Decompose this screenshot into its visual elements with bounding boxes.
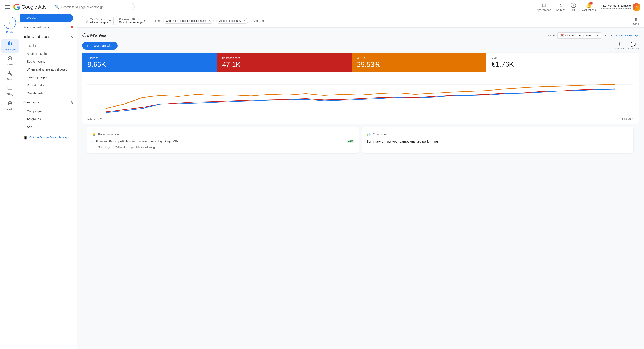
logo-area: Google Ads: [13, 4, 46, 10]
feedback-label: Feedback: [628, 47, 639, 50]
nav-landing-pages[interactable]: Landing pages: [20, 74, 77, 81]
nav-campaigns[interactable]: Campaigns: [20, 107, 77, 115]
campaigns-icon: [8, 41, 12, 47]
campaigns-more-icon[interactable]: ⋮: [625, 132, 629, 137]
app-body: + Create Campaigns Goals: [0, 14, 644, 349]
new-campaign-button[interactable]: + + New campaign: [82, 42, 118, 50]
recommendations-badge: [71, 26, 73, 28]
overview-header: Overview All time 📅 May 23 – Jul 3, 2024…: [77, 28, 644, 42]
refresh-button[interactable]: ↻ Refresh: [556, 2, 566, 12]
admin-icon-label: Admin: [6, 108, 13, 110]
metric-clicks-chevron: ▾: [96, 56, 98, 60]
recommendation-more-icon[interactable]: ⋮: [350, 132, 354, 137]
campaigns-section-items: Campaigns Ad groups Ads: [20, 107, 77, 131]
sidebar-item-tools[interactable]: Tools: [1, 69, 19, 83]
sidebar-item-billing[interactable]: Billing: [1, 84, 19, 98]
insights-section-header[interactable]: Insights and reports ∧: [20, 32, 77, 42]
chart-dates: May 23, 2024 Jul 3, 2024: [88, 118, 634, 120]
recommendation-card: 💡 Recommendation ⋮ ↕ Bid more efficientl…: [88, 127, 359, 153]
date-prev-button[interactable]: ‹: [604, 32, 607, 39]
notifications-button[interactable]: 🔔 1 Notifications: [581, 2, 596, 12]
metric-impressions[interactable]: Impressions ▾ 47.1K: [217, 52, 352, 72]
view-filter-label: View (2 filters): [90, 18, 108, 20]
date-picker[interactable]: 📅 May 23 – Jul 3, 2024 ▾: [558, 32, 601, 39]
save-label: Save: [633, 22, 639, 25]
metric-clicks[interactable]: Clicks ▾ 9.66K: [82, 52, 217, 72]
campaigns-summary: Summary of how your campaigns are perfor…: [366, 140, 629, 143]
user-avatar: N: [632, 3, 640, 11]
nav-search-terms[interactable]: Search terms: [20, 58, 77, 66]
appearance-button[interactable]: ⊡ Appearance: [537, 2, 551, 12]
avatar-initials: N: [632, 3, 640, 11]
user-profile[interactable]: 814-464-4278 Nordauto reklaamihaldus@gma…: [601, 3, 640, 11]
feedback-button[interactable]: 💬 Feedback: [628, 42, 639, 50]
nav-auction-insights[interactable]: Auction insights: [20, 50, 77, 58]
performance-chart: [88, 76, 634, 115]
nav-report-editor[interactable]: Report editor: [20, 81, 77, 89]
nav-overview[interactable]: Overview: [20, 14, 73, 22]
nav-ads[interactable]: Ads: [20, 123, 77, 131]
overview-title: Overview: [82, 32, 546, 39]
metric-cost[interactable]: Cost €1.76K: [486, 52, 621, 72]
bottom-cards: 💡 Recommendation ⋮ ↕ Bid more efficientl…: [82, 127, 639, 158]
download-icon: ⬇: [618, 42, 621, 47]
chip-close-icon-1[interactable]: ✕: [243, 19, 246, 22]
metric-bars: Clicks ▾ 9.66K Impressions ▾ 47.1K: [82, 52, 639, 72]
date-range-label: May 23 – Jul 3, 2024: [565, 34, 592, 37]
rec-badge-1: +6%: [347, 140, 354, 143]
search-icon: 🔍: [55, 4, 60, 10]
recommendation-item-1: ↕ Bid more efficiently with Maximize con…: [92, 140, 354, 144]
stats-container: + + New campaign ⬇ Download 💬 Feedback: [77, 42, 644, 164]
app-name: Google Ads: [22, 4, 46, 10]
search-bar[interactable]: 🔍: [51, 3, 134, 12]
add-filter-button[interactable]: Add filter: [251, 18, 266, 23]
filter-chip-adgroup-status[interactable]: Ad group status: All ✕: [216, 18, 248, 24]
mobile-icon: 📱: [23, 136, 28, 140]
campaigns-section-header[interactable]: Campaigns ∧: [20, 97, 77, 107]
appearance-icon: ⊡: [542, 2, 546, 8]
nav-when-where[interactable]: When and where ads showed: [20, 66, 77, 74]
nav-recommendations[interactable]: Recommendations: [20, 23, 77, 32]
create-button[interactable]: +: [4, 17, 16, 29]
insights-chevron-icon: ∧: [70, 34, 73, 39]
all-time-label: All time: [546, 34, 555, 37]
nav-insights[interactable]: Insights: [20, 42, 77, 50]
campaigns-card: 📊 Campaigns ⋮ Summary of how your campai…: [362, 127, 634, 153]
chip-close-icon-0[interactable]: ✕: [208, 19, 211, 22]
tools-icon-label: Tools: [7, 78, 13, 81]
metric-ctr[interactable]: CTR ▾ 29.53%: [352, 52, 486, 72]
search-input[interactable]: [61, 5, 131, 9]
billing-icon: [8, 86, 12, 92]
save-button[interactable]: ⬆ Save: [633, 17, 639, 25]
metric-more-icon[interactable]: ⋮: [631, 56, 635, 61]
refresh-icon: ↻: [559, 2, 563, 8]
mobile-app-label: Get the Google Ads mobile app: [30, 136, 69, 139]
nav-dashboards[interactable]: Dashboards: [20, 89, 77, 97]
svg-rect-1: [8, 88, 12, 88]
campaigns-card-label: Campaigns: [373, 133, 387, 136]
show-30-days-link[interactable]: Show last 30 days: [616, 34, 639, 37]
metric-clicks-label: Clicks ▾: [88, 56, 212, 60]
sidebar-item-campaigns[interactable]: Campaigns: [1, 39, 19, 53]
download-button[interactable]: ⬇ Download: [614, 42, 625, 50]
campaign-filter-dropdown[interactable]: Campaigns (10) Select a campaign ▾: [116, 16, 148, 25]
metric-more: ⋮: [621, 52, 639, 72]
admin-icon: [8, 101, 12, 107]
google-logo-icon: [13, 4, 20, 10]
nav-ad-groups[interactable]: Ad groups: [20, 115, 77, 123]
user-email: reklaamihaldus@gmail.com: [601, 7, 631, 10]
filter-chip-campaign-status[interactable]: Campaign status: Enabled, Paused ✕: [163, 18, 214, 24]
create-label: Create: [6, 31, 14, 34]
sidebar-item-admin[interactable]: Admin: [1, 99, 19, 113]
goals-icon-label: Goals: [6, 63, 13, 66]
metric-impressions-value: 47.1K: [222, 60, 346, 68]
insights-section-label: Insights and reports: [23, 35, 50, 38]
mobile-app-link[interactable]: 📱 Get the Google Ads mobile app: [23, 136, 73, 140]
sidebar-item-goals[interactable]: Goals: [1, 54, 19, 68]
metric-cost-label: Cost: [492, 56, 616, 59]
menu-button[interactable]: [4, 4, 12, 10]
view-filter-dropdown[interactable]: 🏠 View (2 filters) All campaigns ▾: [82, 16, 114, 25]
chart-area: May 23, 2024 Jul 3, 2024: [82, 72, 639, 124]
date-next-button[interactable]: ›: [610, 32, 613, 39]
help-button[interactable]: ? Help: [571, 3, 576, 12]
